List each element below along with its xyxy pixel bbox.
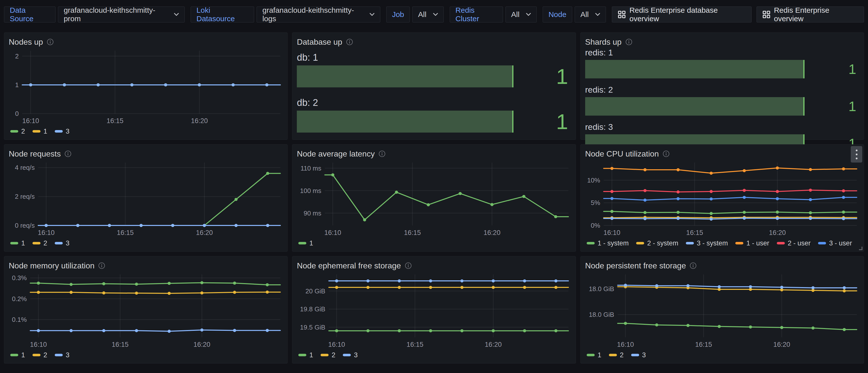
variable-dropdown[interactable]: grafanacloud-keithschmitty-prom — [58, 6, 185, 23]
legend-color-chip — [735, 242, 743, 244]
panel-resize-handle[interactable] — [859, 247, 863, 250]
chevron-down-icon — [370, 13, 375, 16]
panel-title: Node average latency — [297, 149, 375, 159]
panel-title: Node persistent free storage — [585, 261, 686, 270]
panel-header: Shards up — [585, 36, 859, 48]
legend-color-chip — [10, 242, 18, 244]
svg-text:16:15: 16:15 — [695, 341, 712, 348]
legend-item[interactable]: 3 — [55, 351, 69, 359]
svg-text:2 req/s: 2 req/s — [15, 193, 35, 200]
legend-item[interactable]: 3 - user — [818, 239, 852, 247]
legend-item[interactable]: 1 — [10, 351, 25, 359]
bargauge-track: 1 — [585, 60, 859, 78]
bargauge-fill — [297, 65, 514, 88]
bargauge-track: 1 — [297, 111, 571, 133]
legend-item[interactable]: 2 — [10, 128, 25, 135]
legend-item[interactable]: 2 - user — [777, 239, 811, 247]
dashboard-link-button[interactable]: Redis Enterprise database overview — [612, 6, 751, 23]
variable-value: grafanacloud-keithschmitty-logs — [262, 6, 363, 23]
svg-text:20 GiB: 20 GiB — [306, 287, 326, 295]
legend-item[interactable]: 3 — [343, 351, 358, 359]
legend-item[interactable]: 1 — [298, 351, 313, 359]
variable-group-job: JobAll — [386, 6, 444, 23]
timeseries-chart: 18.0 GiB18.0 GiB16:1016:1516:20 — [585, 271, 859, 349]
info-icon[interactable] — [46, 38, 54, 46]
legend-series-name: 3 — [642, 351, 646, 359]
legend-series-name: 1 - system — [598, 239, 629, 247]
info-icon[interactable] — [346, 38, 353, 46]
variable-group-redis-cluster: Redis ClusterAll — [450, 6, 537, 23]
info-icon[interactable] — [662, 150, 670, 158]
svg-text:16:20: 16:20 — [191, 117, 208, 125]
legend-item[interactable]: 1 - user — [735, 239, 769, 247]
legend-series-name: 3 — [66, 351, 69, 359]
legend-item[interactable]: 3 - system — [686, 239, 728, 247]
info-icon[interactable] — [405, 262, 412, 269]
bargauge-row-label: redis: 3 — [585, 122, 859, 132]
svg-text:16:20: 16:20 — [485, 341, 502, 348]
svg-text:5%: 5% — [591, 199, 600, 206]
svg-text:1: 1 — [15, 81, 19, 89]
chevron-down-icon — [595, 13, 600, 16]
timeseries-chart: 90 ms100 ms110 ms16:1016:1516:20 — [297, 160, 571, 237]
panel-node-memory-utilization: Node memory utilization0.1%0.2%0.3%16:10… — [4, 256, 287, 364]
legend-item[interactable]: 3 — [631, 351, 646, 359]
info-icon[interactable] — [689, 262, 697, 269]
dashboard-link-label: Redis Enterprise overview — [774, 6, 858, 23]
legend-item[interactable]: 2 — [32, 239, 47, 247]
legend-series-name: 2 - user — [788, 239, 811, 247]
bargauge-body: redis: 11redis: 21redis: 31 — [585, 48, 859, 153]
legend-series-name: 2 — [620, 351, 624, 359]
legend-series-name: 1 — [43, 128, 47, 135]
info-icon[interactable] — [98, 262, 105, 269]
legend-item[interactable]: 1 - system — [587, 239, 629, 247]
panel-node-cpu-utilization: Node CPU utilization0%5%10%16:1016:1516:… — [581, 144, 864, 252]
svg-text:10%: 10% — [587, 176, 600, 184]
svg-text:0 req/s: 0 req/s — [15, 222, 35, 229]
panel-header: Node requests — [9, 148, 283, 160]
legend-item[interactable]: 3 — [55, 239, 69, 247]
svg-text:16:20: 16:20 — [196, 229, 213, 236]
legend-series-name: 1 — [309, 239, 313, 247]
legend-item[interactable]: 2 — [609, 351, 624, 359]
info-icon[interactable] — [625, 38, 632, 46]
legend-item[interactable]: 2 — [320, 351, 335, 359]
variable-dropdown[interactable]: All — [505, 6, 537, 23]
legend-item[interactable]: 1 — [298, 239, 313, 247]
legend-color-chip — [55, 354, 63, 356]
panel-header: Node ephemeral free storage — [297, 260, 571, 271]
legend-item[interactable]: 1 — [587, 351, 601, 359]
chevron-down-icon — [433, 13, 438, 16]
legend-color-chip — [818, 242, 826, 244]
bargauge-fill — [585, 97, 805, 115]
legend-item[interactable]: 1 — [10, 239, 25, 247]
dashboard-link-label: Redis Enterprise database overview — [629, 6, 746, 23]
svg-text:16:10: 16:10 — [603, 229, 620, 236]
chart-plot-area: 19.5 GiB19.8 GiB20 GiB16:1016:1516:20 — [297, 271, 571, 349]
chevron-down-icon — [174, 13, 179, 16]
bargauge-value: 1 — [848, 62, 856, 76]
chart-legend: 123 — [9, 349, 283, 361]
info-icon[interactable] — [64, 150, 72, 158]
legend-color-chip — [777, 242, 785, 244]
svg-text:19.8 GiB: 19.8 GiB — [300, 305, 325, 313]
variable-dropdown[interactable]: grafanacloud-keithschmitty-logs — [257, 6, 380, 23]
dashboard-link-button[interactable]: Redis Enterprise overview — [756, 6, 864, 23]
panel-title: Node requests — [9, 149, 61, 159]
legend-item[interactable]: 1 — [32, 128, 47, 135]
variable-dropdown[interactable]: All — [412, 6, 443, 23]
panel-header: Database up — [297, 36, 571, 48]
svg-text:0: 0 — [15, 110, 19, 117]
info-icon[interactable] — [378, 150, 386, 158]
legend-series-name: 3 — [66, 128, 69, 135]
legend-item[interactable]: 2 - system — [636, 239, 678, 247]
variables-toolbar: Data Sourcegrafanacloud-keithschmitty-pr… — [4, 6, 864, 23]
panel-menu-kebab-icon[interactable] — [851, 146, 862, 163]
legend-item[interactable]: 3 — [55, 128, 69, 135]
legend-item[interactable]: 2 — [32, 351, 47, 359]
panel-title: Node ephemeral free storage — [297, 261, 401, 270]
chart-plot-area: 0 req/s2 req/s4 req/s16:1016:1516:20 — [9, 160, 283, 237]
variable-label: Data Source — [4, 6, 56, 23]
legend-series-name: 1 — [309, 351, 313, 359]
variable-dropdown[interactable]: All — [575, 6, 606, 23]
